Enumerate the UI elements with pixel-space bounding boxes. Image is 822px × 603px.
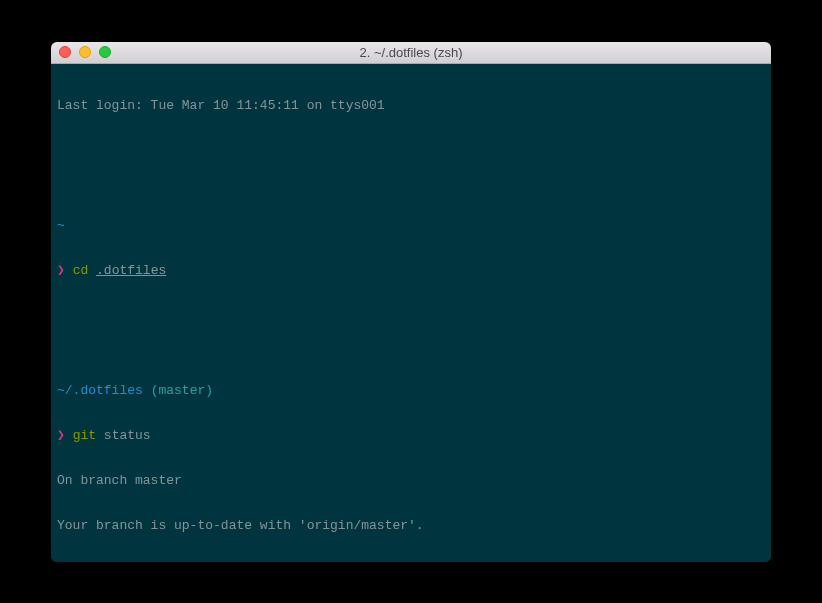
prompt-command-line: ❯ git status [57, 428, 765, 443]
prompt-symbol: ❯ [57, 263, 65, 278]
blank-line [57, 143, 765, 158]
output-line: On branch master [57, 473, 765, 488]
argument: .dotfiles [96, 263, 166, 278]
command: cd [73, 263, 89, 278]
prompt-path-line: ~ [57, 218, 765, 233]
terminal-window: 2. ~/.dotfiles (zsh) Last login: Tue Mar… [51, 42, 771, 562]
path: ~/.dotfiles [57, 383, 143, 398]
branch: (master) [151, 383, 213, 398]
close-icon[interactable] [59, 46, 71, 58]
window-title: 2. ~/.dotfiles (zsh) [51, 45, 771, 60]
output-line: Your branch is up-to-date with 'origin/m… [57, 518, 765, 533]
traffic-lights [51, 46, 111, 58]
blank-line [57, 308, 765, 323]
maximize-icon[interactable] [99, 46, 111, 58]
prompt-path-line: ~/.dotfiles (master) [57, 383, 765, 398]
terminal-body[interactable]: Last login: Tue Mar 10 11:45:11 on ttys0… [51, 64, 771, 562]
prompt-symbol: ❯ [57, 428, 65, 443]
command: git [73, 428, 96, 443]
argument: status [104, 428, 151, 443]
titlebar[interactable]: 2. ~/.dotfiles (zsh) [51, 42, 771, 64]
path: ~ [57, 218, 65, 233]
minimize-icon[interactable] [79, 46, 91, 58]
prompt-command-line: ❯ cd .dotfiles [57, 263, 765, 278]
last-login-line: Last login: Tue Mar 10 11:45:11 on ttys0… [57, 98, 765, 113]
